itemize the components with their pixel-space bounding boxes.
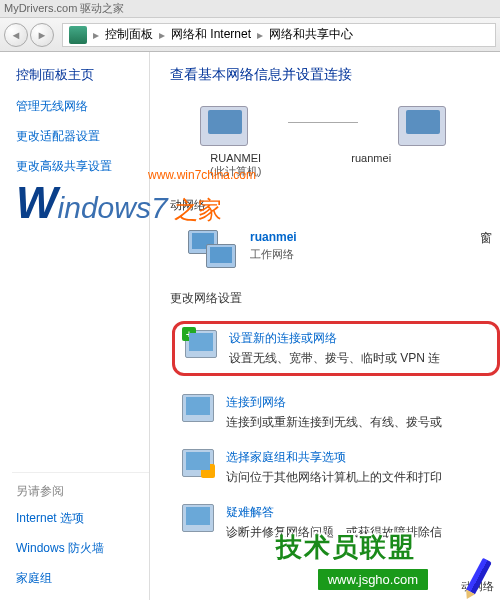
- breadcrumb-item[interactable]: 网络和共享中心: [265, 26, 357, 43]
- computer-icon: [200, 106, 248, 146]
- active-network: ruanmei 工作网络 窗: [188, 230, 500, 270]
- network-device-icon: [398, 106, 446, 146]
- control-panel-icon: [69, 26, 87, 44]
- action-title: 选择家庭组和共享选项: [226, 449, 442, 466]
- device-name: RUANMEI: [210, 152, 261, 164]
- sidebar-link-adapter[interactable]: 更改适配器设置: [16, 128, 149, 145]
- sidebar-link-wireless[interactable]: 管理无线网络: [16, 98, 149, 115]
- new-connection-icon: +: [185, 330, 217, 358]
- breadcrumb-item[interactable]: 控制面板: [101, 26, 157, 43]
- network-name-link[interactable]: ruanmei: [250, 230, 297, 244]
- action-desc: 连接到或重新连接到无线、有线、拨号或: [226, 414, 442, 431]
- breadcrumb-item[interactable]: 网络和 Internet: [167, 26, 255, 43]
- footer-watermark-text: 技术员联盟: [276, 530, 430, 565]
- troubleshoot-icon: [182, 504, 214, 532]
- change-settings-header: 更改网络设置: [170, 290, 500, 307]
- forward-button[interactable]: ►: [30, 23, 54, 47]
- window-titlebar: MyDrivers.com 驱动之家: [0, 0, 500, 18]
- chevron-right-icon: ▸: [91, 28, 101, 42]
- action-title: 连接到网络: [226, 394, 442, 411]
- action-desc: 设置无线、宽带、拨号、临时或 VPN 连: [229, 350, 440, 367]
- page-title: 查看基本网络信息并设置连接: [170, 66, 500, 84]
- chevron-right-icon: ▸: [255, 28, 265, 42]
- footer-watermark: 技术员联盟 www.jsgho.com: [276, 530, 430, 592]
- sidebar-link-homegroup[interactable]: 家庭组: [16, 570, 149, 587]
- chevron-right-icon: ▸: [157, 28, 167, 42]
- breadcrumb[interactable]: ▸ 控制面板 ▸ 网络和 Internet ▸ 网络和共享中心: [62, 23, 496, 47]
- main-panel: 查看基本网络信息并设置连接 RUANMEI (此计算机) ruanmei 动网络: [150, 52, 500, 600]
- action-title: 疑难解答: [226, 504, 442, 521]
- watermark-url: www.win7china.com: [148, 168, 256, 182]
- network-icon: [188, 230, 238, 270]
- navigation-bar: ◄ ► ▸ 控制面板 ▸ 网络和 Internet ▸ 网络和共享中心: [0, 18, 500, 52]
- footer-watermark-url: www.jsgho.com: [316, 567, 430, 592]
- sidebar-title: 控制面板主页: [16, 66, 149, 84]
- network-type: 工作网络: [250, 247, 297, 262]
- view-active-label: 动网络: [170, 198, 236, 212]
- pencil-icon: [456, 556, 496, 596]
- action-title: 设置新的连接或网络: [229, 330, 440, 347]
- device-name: ruanmei: [351, 152, 391, 164]
- connect-icon: [182, 394, 214, 422]
- action-homegroup[interactable]: 选择家庭组和共享选项 访问位于其他网络计算机上的文件和打印: [170, 449, 500, 486]
- plus-icon: +: [182, 327, 196, 341]
- truncated-text: 窗: [480, 230, 500, 270]
- action-new-connection[interactable]: + 设置新的连接或网络 设置无线、宽带、拨号、临时或 VPN 连: [172, 321, 500, 376]
- home-icon: [201, 464, 215, 478]
- action-connect-network[interactable]: 连接到网络 连接到或重新连接到无线、有线、拨号或: [170, 394, 500, 431]
- network-map: [170, 106, 500, 146]
- sidebar: 控制面板主页 管理无线网络 更改适配器设置 更改高级共享设置 另请参阅 Inte…: [0, 52, 150, 600]
- connection-line: [288, 122, 358, 123]
- sidebar-link-sharing[interactable]: 更改高级共享设置: [16, 158, 149, 175]
- sidebar-link-internet-options[interactable]: Internet 选项: [16, 510, 149, 527]
- sidebar-link-firewall[interactable]: Windows 防火墙: [16, 540, 149, 557]
- homegroup-icon: [182, 449, 214, 477]
- action-desc: 访问位于其他网络计算机上的文件和打印: [226, 469, 442, 486]
- see-also-label: 另请参阅: [16, 483, 149, 500]
- back-button[interactable]: ◄: [4, 23, 28, 47]
